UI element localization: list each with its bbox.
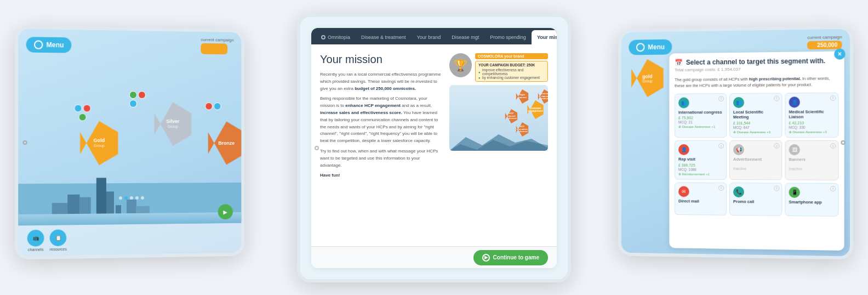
gear-icon (34, 40, 43, 49)
right-gear-icon (636, 43, 645, 52)
channel-price-4: £ 389,725 (678, 163, 723, 167)
channel-panel-title: 📅 Select a channel to target this segmen… (675, 57, 838, 66)
channels-icon: 📺 (27, 230, 44, 247)
channel-card-advertisement[interactable]: i 📢 Advertisement Inactive (729, 140, 782, 180)
channel-name-4: Rep visit (678, 157, 723, 162)
hex-gold-sub: Group (94, 144, 105, 148)
channel-icon-4: 👤 (678, 144, 689, 155)
channel-tag-3: ⊕ Disease Awareness +3 (789, 130, 835, 134)
pag-dot-5[interactable] (141, 196, 144, 200)
channel-icon-8: 📞 (733, 186, 744, 197)
mission-para-4: Have fun! (320, 172, 442, 179)
channel-card-medical-liaison[interactable]: i 👤 Medical Scientific Liaison £ 42,210 … (785, 92, 838, 138)
channels-button[interactable]: 📺 channels (27, 230, 44, 252)
scroll-indicator-left (315, 146, 319, 150)
hex-gold[interactable]: gold Group (77, 121, 121, 166)
hex-bronze-label: bronze (218, 140, 235, 146)
hex-silver[interactable]: silver Group (151, 102, 195, 146)
play-button-left[interactable]: ▶ (218, 204, 233, 219)
gold-hex-label: gold (642, 73, 652, 79)
channel-name-1: International congress (678, 110, 723, 115)
channel-inactive-6: Inactive (789, 167, 835, 171)
channel-panel-title-text: Select a channel to target this segment … (686, 57, 825, 66)
info-icon-9: i (830, 186, 836, 191)
center-panel: Omnitopia Disease & treatment Your brand… (311, 28, 557, 268)
close-button[interactable]: × (834, 48, 846, 60)
tab-mission-label: Your mission (537, 35, 557, 40)
hcp-diagram: Customerengagement Rightchannel Content&… (449, 85, 548, 151)
tab-promo[interactable]: Promo spending (484, 30, 532, 44)
channel-card-local-scientific[interactable]: i 👥 Local Scientific Meeting £ 101,544 M… (729, 93, 782, 138)
left-menu-label: Menu (47, 41, 64, 49)
channel-card-international-congress[interactable]: i 👥 International congress £ 75,902 MCQ:… (675, 93, 727, 138)
tablet-left: Menu current campaign (15, 26, 244, 260)
resources-label: resources (50, 247, 67, 252)
tablet-right: Menu current campaign 250,000 gold Group… (618, 25, 853, 259)
tab-brand-label: Your brand (417, 35, 441, 40)
channel-name-2: Local Scientific Meeting (733, 109, 778, 120)
tab-omnitopia-label: Omnitopia (328, 35, 350, 40)
right-current-campaign: current campaign 250,000 (807, 35, 842, 49)
channel-mcq-2: MCQ: 647 (733, 126, 778, 129)
tab-promo-label: Promo spending (490, 35, 526, 40)
tab-your-mission[interactable]: Your mission (532, 30, 557, 44)
right-menu-button[interactable]: Menu (629, 39, 672, 55)
channel-name-6: Banners (789, 157, 835, 162)
left-nav-indicator (22, 140, 27, 145)
pag-dot-1[interactable] (119, 196, 122, 200)
tablet-center: Omnitopia Disease & treatment Your brand… (297, 14, 571, 282)
tab-disease-treatment[interactable]: Disease & treatment (356, 30, 412, 44)
info-icon-2: i (774, 95, 779, 101)
channels-grid: i 👥 International congress £ 75,902 MCQ:… (675, 92, 838, 217)
channel-card-rep-visit[interactable]: i 👤 Rep visit £ 389,725 MCQ: 1086 ⊕ Reim… (675, 140, 727, 180)
channel-card-smartphone[interactable]: i 📱 Smartphone app (785, 183, 838, 216)
channel-name-8: Promo call (733, 199, 778, 205)
continue-label: Continue to game (493, 254, 539, 260)
segment-description: The gold group consists of all HCPs with… (675, 75, 838, 89)
tab-omnitopia[interactable]: Omnitopia (316, 30, 356, 44)
pag-dot-2[interactable] (124, 196, 128, 200)
resources-button[interactable]: 📋 resources (50, 229, 67, 251)
channel-card-promo-call[interactable]: i 📞 Promo call (729, 183, 782, 216)
campaign-point-2: ● by enhancing customer engagement (478, 76, 545, 80)
left-screen: Menu current campaign (18, 29, 241, 257)
avatar-dot-1 (129, 91, 137, 99)
left-menu-button[interactable]: Menu (26, 37, 72, 53)
channel-price-1: £ 75,902 (678, 116, 723, 120)
channel-card-direct-mail[interactable]: i ✉ Direct mail (675, 182, 727, 215)
tab-disease-mgt-label: Disease mgt (452, 35, 479, 40)
channel-mcq-3: MCQ: 330 (789, 126, 835, 129)
continue-icon: ▶ (482, 254, 490, 262)
pag-dot-3[interactable] (130, 196, 133, 200)
right-menu-label: Menu (648, 43, 665, 51)
pag-dot-4[interactable] (135, 196, 139, 200)
diag-center-hex: Customerengagement (526, 100, 545, 119)
campaign-budget-box: YOUR CAMPAIGN BUDGET: 250K ● improve eff… (475, 61, 548, 82)
tab-your-brand[interactable]: Your brand (412, 30, 447, 44)
info-icon-8: i (774, 185, 779, 191)
continue-button[interactable]: ▶ Continue to game (473, 250, 548, 265)
avatar-dot-8 (214, 103, 221, 110)
channel-icon-5: 📢 (733, 144, 744, 155)
hex-silver-sub: Group (168, 124, 178, 129)
avatar-dot-3 (129, 100, 137, 107)
center-tabs: Omnitopia Disease & treatment Your brand… (311, 28, 557, 44)
channel-card-banners[interactable]: i 🖼 Banners Inactive (785, 140, 838, 180)
calendar-icon: 📅 (675, 59, 683, 66)
pagination (119, 196, 144, 200)
campaign-info: COSMOLORA your brand YOUR CAMPAIGN BUDGE… (475, 53, 548, 82)
mission-para-2: Being responsible for the marketing of C… (320, 95, 442, 145)
tab-disease-mgt[interactable]: Disease mgt (446, 30, 484, 44)
channel-price-3: £ 42,210 (789, 121, 835, 124)
hex-bronze[interactable]: bronze (205, 121, 241, 164)
close-icon: × (838, 50, 842, 58)
left-campaign-label: current campaign (201, 37, 234, 43)
channel-name-9: Smartphone app (789, 200, 835, 206)
hex-gold-label: gold (94, 138, 105, 144)
left-bottom-bar: 📺 channels 📋 resources (18, 223, 241, 257)
gold-hex-sub: Group (642, 79, 653, 83)
right-gold-hex[interactable]: gold Group (629, 59, 666, 97)
info-icon-4: i (718, 143, 724, 149)
mission-text-col: Your mission Recently you ran a local co… (320, 53, 442, 235)
scene: Menu current campaign (0, 0, 868, 295)
